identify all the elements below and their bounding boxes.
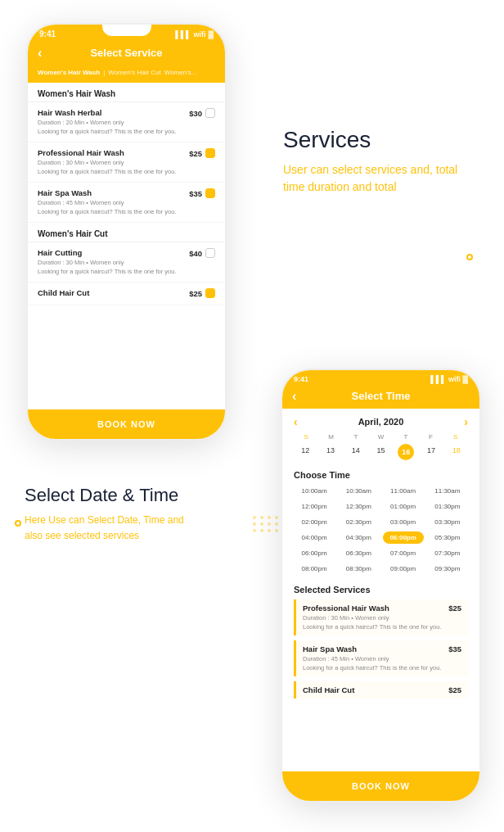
time-slot-0400[interactable]: 04:00pm: [294, 531, 335, 544]
back-button-right[interactable]: ‹: [292, 389, 296, 404]
dg-dot: [275, 522, 278, 526]
calendar-day-16[interactable]: 16: [398, 444, 414, 460]
calendar-day-17[interactable]: 17: [420, 444, 443, 460]
day-header-t1: T: [344, 433, 368, 441]
ssi-header-3: Child Hair Cut $25: [303, 685, 461, 694]
time-slot-1100[interactable]: 11:00am: [383, 485, 424, 497]
service-info-4: Hair Cutting Duration : 30 Min • Women o…: [38, 248, 184, 276]
time-slot-0430[interactable]: 04:30pm: [338, 531, 379, 544]
status-icons-right: ▌▌▌ wifi ▓: [430, 375, 468, 383]
dg-dot: [253, 522, 256, 526]
breadcrumb-item-2: Women's Hair Cut: [108, 69, 161, 76]
service-price-1: $30: [189, 108, 215, 118]
service-name-1: Hair Wash Herbal: [38, 108, 184, 117]
checkbox-2[interactable]: [205, 148, 215, 158]
checkbox-3[interactable]: [205, 188, 215, 198]
ssi-price-1: $25: [448, 604, 461, 613]
service-desc-4: Duration : 30 Min • Women onlyLooking fo…: [38, 259, 184, 276]
checkbox-1[interactable]: [205, 108, 215, 118]
service-item-4[interactable]: Hair Cutting Duration : 30 Min • Women o…: [28, 242, 225, 283]
service-price-5: $25: [189, 288, 215, 298]
section-title-2: Women's Hair Cut: [28, 223, 225, 242]
checkbox-5[interactable]: [205, 288, 215, 298]
time-slot-1030[interactable]: 10:30am: [338, 485, 379, 497]
calendar-day-14[interactable]: 14: [344, 444, 367, 460]
book-now-button-left[interactable]: BOOK NOW: [28, 409, 225, 439]
left-phone-body: Women's Hair Wash Hair Wash Herbal Durat…: [28, 83, 225, 423]
time-slot-1230[interactable]: 12:30pm: [338, 500, 379, 513]
service-item-2[interactable]: Professional Hair Wash Duration : 30 Min…: [28, 142, 225, 183]
time-slot-0330[interactable]: 03:30pm: [427, 516, 468, 528]
service-item-1[interactable]: Hair Wash Herbal Duration : 20 Min • Wom…: [28, 102, 225, 142]
time-slot-0130[interactable]: 01:30pm: [427, 500, 468, 513]
service-item-3[interactable]: Hair Spa Wash Duration : 45 Min • Women …: [28, 183, 225, 223]
time-slot-0700[interactable]: 07:00pm: [383, 547, 424, 559]
calendar-day-13[interactable]: 13: [319, 444, 343, 460]
book-now-button-right[interactable]: BOOK NOW: [282, 771, 479, 801]
calendar: ‹ April, 2020 › S M T W T F S 12 13 14 1…: [282, 409, 479, 465]
right-phone-title: Select Time: [351, 390, 410, 402]
service-name-5: Child Hair Cut: [38, 288, 184, 297]
time-slot-0200[interactable]: 02:00pm: [294, 516, 335, 528]
back-button-left[interactable]: ‹: [38, 46, 42, 61]
time-slot-1200[interactable]: 12:00pm: [294, 500, 335, 513]
time-slot-0230[interactable]: 02:30pm: [338, 516, 379, 528]
dg-dot: [275, 516, 278, 519]
service-info-1: Hair Wash Herbal Duration : 20 Min • Wom…: [38, 108, 184, 136]
next-month-button[interactable]: ›: [464, 415, 468, 428]
calendar-day-12[interactable]: 12: [294, 444, 317, 460]
month-label: April, 2020: [358, 417, 404, 427]
time-slot-0930[interactable]: 09:30pm: [427, 563, 468, 575]
time-slot-0730[interactable]: 07:30pm: [427, 547, 468, 559]
checkbox-4[interactable]: [205, 248, 215, 258]
time-slot-0100[interactable]: 01:00pm: [383, 500, 424, 513]
calendar-day-15[interactable]: 15: [369, 444, 393, 460]
time-slot-0830[interactable]: 08:30pm: [338, 563, 379, 575]
time-slot-0600-active[interactable]: 06:00pm: [383, 531, 424, 544]
dg-dot: [260, 529, 263, 532]
time-slot-0630[interactable]: 06:30pm: [338, 547, 379, 559]
day-header-t2: T: [394, 433, 418, 441]
services-panel: Services User can select services and, t…: [283, 127, 471, 196]
battery-icon: ▓: [208, 30, 214, 38]
time-slot-0600b[interactable]: 06:00pm: [294, 547, 335, 559]
breadcrumb-left: Women's Hair Wash | Women's Hair Cut Wom…: [28, 67, 225, 83]
time-slot-1000[interactable]: 10:00am: [294, 485, 335, 497]
breadcrumb-item-1: Women's Hair Wash: [38, 69, 100, 76]
service-info-2: Professional Hair Wash Duration : 30 Min…: [38, 148, 184, 176]
time-grid: 10:00am 10:30am 11:00am 11:30am 12:00pm …: [294, 485, 468, 575]
price-label-1: $30: [189, 109, 202, 118]
time-slot-0300[interactable]: 03:00pm: [383, 516, 424, 528]
breadcrumb-item-3: Women's...: [164, 69, 197, 76]
day-header-w: W: [368, 433, 393, 441]
ssi-header-1: Professional Hair Wash $25: [303, 604, 461, 613]
day-header-f: F: [418, 433, 443, 441]
time-slot-0900[interactable]: 09:00pm: [383, 563, 424, 575]
calendar-day-18[interactable]: 18: [444, 444, 468, 460]
service-item-5[interactable]: Child Hair Cut $25: [28, 283, 225, 305]
status-bar-right: 9:41 ▌▌▌ wifi ▓: [282, 370, 479, 385]
ssi-price-3: $25: [448, 685, 461, 694]
time-slot-0530[interactable]: 05:30pm: [427, 531, 468, 544]
right-phone-body: ‹ April, 2020 › S M T W T F S 12 13 14 1…: [282, 409, 479, 777]
service-name-3: Hair Spa Wash: [38, 188, 184, 197]
service-desc-3: Duration : 45 Min • Women onlyLooking fo…: [38, 199, 184, 216]
service-price-2: $25: [189, 148, 215, 158]
ssi-name-2: Hair Spa Wash: [303, 644, 357, 653]
day-header-m: M: [318, 433, 343, 441]
time-slot-0800[interactable]: 08:00pm: [294, 563, 335, 575]
services-description: User can select services and, total time…: [283, 161, 471, 196]
prev-month-button[interactable]: ‹: [294, 415, 298, 428]
time-slot-1130[interactable]: 11:30am: [427, 485, 468, 497]
service-price-3: $35: [189, 188, 215, 198]
breadcrumb-sep: |: [103, 69, 105, 76]
service-price-4: $40: [189, 248, 215, 258]
service-name-4: Hair Cutting: [38, 248, 184, 257]
left-phone: 9:41 ▌▌▌ wifi ▓ ‹ Select Service Women's…: [26, 23, 227, 441]
service-info-3: Hair Spa Wash Duration : 45 Min • Women …: [38, 188, 184, 216]
wifi-icon: wifi: [193, 30, 205, 38]
dg-dot: [268, 516, 271, 519]
dots-decoration: [253, 516, 279, 532]
dg-dot: [260, 516, 263, 519]
dot-decoration-right: [466, 254, 473, 260]
